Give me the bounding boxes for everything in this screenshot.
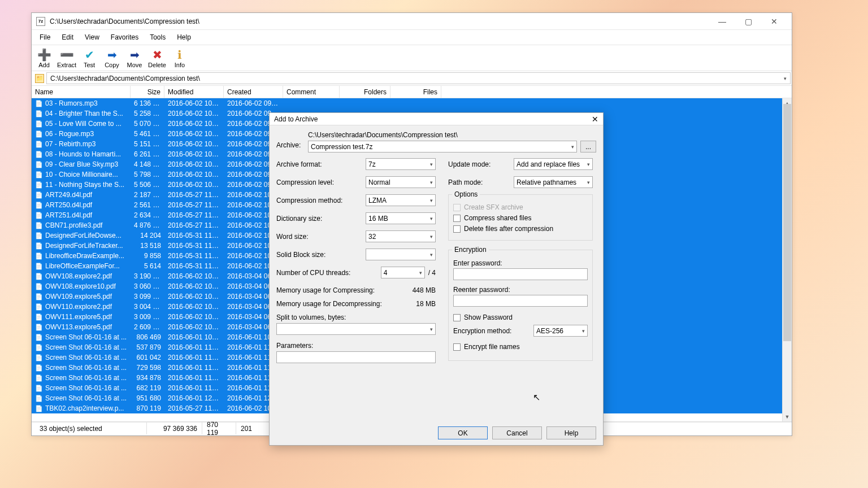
solid-block-dropdown[interactable]: ▾ [366, 249, 436, 260]
col-size[interactable]: Size [131, 86, 164, 98]
add-to-archive-dialog: Add to Archive ✕ Archive: C:\Users\techr… [269, 112, 604, 446]
toolbar-copy-button[interactable]: ➡Copy [101, 47, 123, 69]
update-mode-label: Update mode: [448, 160, 491, 168]
col-modified[interactable]: Modified [164, 86, 224, 98]
chevron-down-icon: ▾ [580, 328, 585, 334]
status-totalsize: 97 369 336 [147, 422, 202, 434]
scrollbar-thumb[interactable] [783, 104, 791, 341]
file-icon: 📄 [35, 212, 43, 219]
file-icon: 📄 [35, 405, 43, 412]
reenter-password-input[interactable] [453, 295, 588, 307]
file-icon: 📄 [35, 100, 43, 107]
ok-button[interactable]: OK [438, 426, 488, 439]
compression-method-dropdown[interactable]: LZMA▾ [366, 194, 436, 206]
dictionary-size-dropdown[interactable]: 16 MB▾ [366, 212, 436, 224]
col-files[interactable]: Files [390, 86, 441, 98]
file-icon: 📄 [35, 374, 43, 382]
menu-file[interactable]: File [34, 32, 56, 43]
file-icon: 📄 [35, 273, 43, 280]
file-icon: 📄 [35, 344, 43, 351]
chevron-down-icon: ▾ [428, 180, 433, 185]
archive-label: Archive: [276, 131, 308, 152]
menu-edit[interactable]: Edit [56, 32, 79, 43]
archive-format-dropdown[interactable]: 7z▾ [366, 158, 436, 170]
block-label: Solid Block size: [276, 251, 326, 259]
show-password-row[interactable]: Show Password [453, 313, 588, 321]
file-icon: 📄 [35, 141, 43, 148]
chevron-down-icon: ▾ [569, 144, 574, 150]
cancel-button[interactable]: Cancel [492, 426, 542, 439]
word-label: Word size: [276, 233, 308, 241]
browse-button[interactable]: ... [580, 141, 596, 152]
toolbar-extract-button[interactable]: ➖Extract [55, 47, 78, 69]
toolbar-label: Info [175, 62, 185, 68]
minimize-button[interactable]: — [709, 16, 735, 27]
parameters-input[interactable] [276, 351, 436, 363]
delete-checkbox-row[interactable]: Delete files after compression [453, 225, 588, 233]
path-input[interactable]: C:\Users\techradar\Documents\Compression… [46, 72, 791, 84]
menu-tools[interactable]: Tools [144, 32, 171, 43]
chevron-down-icon: ▾ [428, 326, 433, 332]
vertical-scrollbar[interactable]: ▲ ▼ [782, 98, 792, 421]
compression-level-dropdown[interactable]: Normal▾ [366, 176, 436, 188]
cpu-threads-dropdown[interactable]: 4▾ [381, 267, 425, 278]
chevron-down-icon[interactable]: ▾ [784, 76, 787, 81]
path-mode-dropdown[interactable]: Relative pathnames▾ [514, 176, 593, 188]
archive-name-value: Compression test.7z [311, 143, 372, 151]
up-folder-icon[interactable]: 📁 [35, 74, 44, 83]
col-comment[interactable]: Comment [283, 86, 340, 98]
mem-compress-value: 448 MB [413, 286, 436, 294]
file-icon: 📄 [35, 354, 43, 361]
menu-help[interactable]: Help [171, 32, 197, 43]
options-legend: Options [452, 190, 480, 198]
help-button[interactable]: Help [546, 426, 596, 439]
toolbar-info-button[interactable]: ℹInfo [168, 47, 191, 69]
move-icon: ➡ [130, 49, 140, 61]
update-mode-dropdown[interactable]: Add and replace files▾ [514, 158, 593, 170]
delete-checkbox[interactable] [453, 225, 461, 233]
file-icon: 📄 [35, 161, 43, 168]
table-row[interactable]: 📄03 - Rumors.mp36 136 8772016-06-02 10:2… [32, 98, 792, 108]
col-folders[interactable]: Folders [340, 86, 390, 98]
mem-decompress-value: 18 MB [416, 300, 436, 308]
word-size-dropdown[interactable]: 32▾ [366, 230, 436, 242]
toolbar-move-button[interactable]: ➡Move [123, 47, 146, 69]
split-volumes-combo[interactable]: ▾ [276, 323, 436, 335]
shared-checkbox-row[interactable]: Compress shared files [453, 214, 588, 222]
archive-name-combo[interactable]: Compression test.7z ▾ [308, 141, 577, 152]
toolbar-label: Move [127, 62, 142, 68]
show-password-checkbox[interactable] [453, 314, 461, 321]
sfx-checkbox [453, 204, 461, 211]
pathbar: 📁 C:\Users\techradar\Documents\Compressi… [32, 71, 792, 86]
password-input[interactable] [453, 268, 588, 280]
col-created[interactable]: Created [224, 86, 283, 98]
encryption-fieldset: Encryption Enter password: Reenter passw… [448, 250, 593, 361]
extract-icon: ➖ [60, 49, 74, 61]
file-icon: 📄 [35, 334, 43, 341]
toolbar-add-button[interactable]: ➕Add [33, 47, 55, 69]
chevron-down-icon: ▾ [417, 270, 422, 276]
encrypt-names-checkbox[interactable] [453, 343, 461, 351]
menu-view[interactable]: View [79, 32, 105, 43]
toolbar-test-button[interactable]: ✔Test [78, 47, 101, 69]
file-icon: 📄 [35, 263, 43, 270]
encryption-method-dropdown[interactable]: AES-256▾ [533, 325, 588, 337]
add-icon: ➕ [37, 49, 51, 61]
file-icon: 📄 [35, 252, 43, 260]
dialog-close-icon[interactable]: ✕ [592, 115, 598, 124]
scroll-down-icon[interactable]: ▼ [783, 412, 792, 421]
toolbar-delete-button[interactable]: ✖Delete [146, 47, 168, 69]
status-date: 201 [236, 422, 270, 434]
file-icon: 📄 [35, 232, 43, 239]
dialog-titlebar: Add to Archive ✕ [270, 113, 603, 125]
encrypt-names-row[interactable]: Encrypt file names [453, 343, 588, 351]
maximize-button[interactable]: ▢ [735, 16, 761, 27]
shared-checkbox[interactable] [453, 215, 461, 222]
chevron-down-icon: ▾ [428, 198, 433, 203]
file-icon: 📄 [35, 303, 43, 311]
close-button[interactable]: ✕ [761, 16, 787, 27]
test-icon: ✔ [85, 49, 94, 61]
menu-favorites[interactable]: Favorites [105, 32, 144, 43]
file-icon: 📄 [35, 130, 43, 138]
col-name[interactable]: Name [32, 86, 131, 98]
